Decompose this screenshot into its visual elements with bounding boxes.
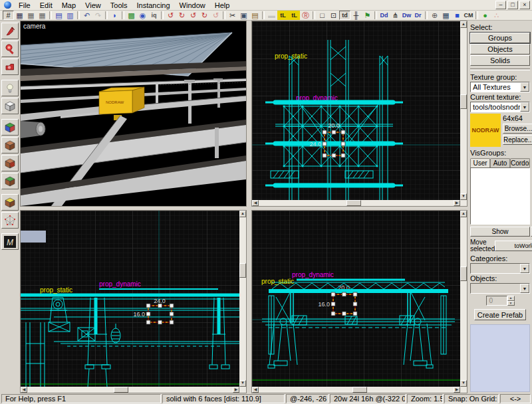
- spinner-value[interactable]: 0: [486, 296, 507, 306]
- radius-culling-icon[interactable]: Ⓡ: [300, 11, 311, 20]
- camera-view-canvas[interactable]: NODRAW camera: [21, 21, 246, 206]
- menu-map[interactable]: Map: [57, 1, 80, 10]
- scroll-down-icon[interactable]: ▼: [239, 380, 246, 387]
- redo-icon[interactable]: ↷: [92, 11, 104, 20]
- minimize-button[interactable]: –: [495, 1, 506, 9]
- browse-button[interactable]: Browse...: [503, 124, 532, 134]
- menu-window[interactable]: Window: [175, 1, 210, 10]
- carve-icon[interactable]: ◗: [109, 11, 120, 20]
- objects-combo[interactable]: ▼: [470, 283, 530, 294]
- apply-texture-tool[interactable]: [1, 137, 19, 153]
- ungroup-icon[interactable]: ↻: [176, 11, 188, 20]
- show-visgroup-button[interactable]: Show: [470, 227, 530, 237]
- menu-file[interactable]: File: [14, 1, 35, 10]
- chevron-down-icon[interactable]: ▼: [520, 284, 529, 293]
- top-view-hscrollbar[interactable]: ◀ ▶: [252, 200, 460, 206]
- clipping-tool[interactable]: [1, 194, 19, 211]
- pointfile-icon[interactable]: ⋔: [390, 11, 401, 20]
- prefab-count-spinner[interactable]: 0 ▲ ▼: [470, 296, 530, 306]
- save-window-state-icon[interactable]: ▥: [65, 11, 76, 20]
- decal-tool[interactable]: [1, 155, 19, 171]
- grid-smaller-icon[interactable]: ▦: [25, 11, 37, 20]
- side-view-hscrollbar[interactable]: ◀ ▶: [21, 387, 239, 393]
- ignore-groups-icon[interactable]: ↺: [188, 11, 199, 20]
- select-touching-icon[interactable]: ⊡: [328, 11, 339, 20]
- chevron-down-icon[interactable]: ▼: [520, 264, 529, 273]
- instance-cube-icon[interactable]: ■: [452, 11, 463, 20]
- texture-scale-lock-icon[interactable]: tL: [289, 11, 300, 20]
- path-flags-icon[interactable]: ⚑: [362, 11, 373, 20]
- texture-group-combo[interactable]: All Textures ▼: [470, 82, 530, 92]
- toggle-grid-3d-icon[interactable]: ▦: [14, 11, 25, 20]
- vertex-tool[interactable]: [1, 212, 19, 229]
- current-texture-combo[interactable]: tools/toolsnodraw ▼: [470, 102, 530, 112]
- run-map-w-icon[interactable]: Dw: [401, 11, 412, 20]
- path-dots-icon[interactable]: ∴: [491, 11, 502, 20]
- select-solids-button[interactable]: Solids: [470, 55, 530, 66]
- scroll-up-icon[interactable]: ▲: [239, 211, 246, 217]
- to-world-button[interactable]: toWorld: [495, 241, 532, 251]
- visgroup-tab-auto[interactable]: Auto: [490, 158, 510, 167]
- menu-view[interactable]: View: [80, 1, 106, 10]
- restore-button[interactable]: □: [507, 1, 518, 9]
- chevron-down-icon[interactable]: ▼: [520, 102, 529, 112]
- side-view-canvas[interactable]: prop_static prop_dynamic 24.0 16.0: [21, 211, 239, 387]
- top-view-canvas[interactable]: prop_dynamic prop_static 20.0 24.0: [252, 21, 460, 200]
- undo-icon[interactable]: ↶: [81, 11, 92, 20]
- viewport-2d-top[interactable]: prop_dynamic prop_static 20.0 24.0: [251, 21, 467, 207]
- app-globe-icon[interactable]: [4, 1, 11, 9]
- scroll-up-icon[interactable]: ▲: [460, 211, 467, 217]
- scroll-left-icon[interactable]: ◀: [252, 200, 259, 206]
- block-tool[interactable]: [1, 98, 19, 114]
- instancing-logo-tool[interactable]: M: [1, 233, 19, 250]
- grid-larger-icon[interactable]: ▦: [37, 11, 48, 20]
- load-window-state-icon[interactable]: ▤: [53, 11, 65, 20]
- select-groups-button[interactable]: Groups: [470, 33, 530, 43]
- viewport-2d-front[interactable]: 20.0 prop_static prop_dynamic 16.0: [251, 210, 467, 393]
- check-problems-icon[interactable]: ●: [479, 11, 491, 20]
- auto-visgroup-icon[interactable]: iq: [148, 11, 160, 20]
- scroll-down-icon[interactable]: ▼: [460, 380, 467, 387]
- group-extra-icon[interactable]: ↺: [210, 11, 221, 20]
- scroll-right-icon[interactable]: ▶: [454, 200, 460, 206]
- run-map-icon[interactable]: Dd: [378, 11, 390, 20]
- hide-selected-icon[interactable]: ▩: [126, 11, 137, 20]
- visgroups-list[interactable]: [470, 167, 530, 225]
- scroll-right-icon[interactable]: ▶: [233, 387, 239, 393]
- camera-tool[interactable]: [1, 58, 19, 75]
- spinner-up-icon[interactable]: ▲: [507, 296, 515, 301]
- side-view-vscrollbar[interactable]: ▲ ▼: [239, 211, 246, 387]
- block-placeholder-icon[interactable]: ▬: [266, 11, 277, 20]
- visgroup-tab-cordon[interactable]: Cordon: [510, 158, 530, 167]
- replace-button[interactable]: Replace...: [503, 135, 532, 145]
- viewport-3d-camera[interactable]: NODRAW camera: [20, 21, 247, 207]
- overlay-tool[interactable]: [1, 173, 19, 189]
- visgroup-tab-user[interactable]: User: [470, 158, 490, 167]
- chevron-down-icon[interactable]: ▼: [520, 82, 529, 92]
- copy-icon[interactable]: ▣: [238, 11, 249, 20]
- categories-combo[interactable]: ▼: [470, 263, 530, 274]
- entity-tool[interactable]: [1, 80, 19, 96]
- menu-help[interactable]: Help: [210, 1, 235, 10]
- close-button[interactable]: ×: [519, 1, 530, 9]
- morph-toggle-icon[interactable]: td: [339, 11, 350, 20]
- front-view-hscrollbar[interactable]: ◀ ▶: [252, 387, 460, 393]
- texture-application-tool[interactable]: [1, 119, 19, 136]
- scroll-down-icon[interactable]: ▼: [460, 193, 467, 200]
- viewport-2d-side[interactable]: prop_static prop_dynamic 24.0 16.0 ▲ ▼ ◀…: [20, 210, 247, 393]
- selection-tool[interactable]: [1, 23, 19, 39]
- scroll-up-icon[interactable]: ▲: [460, 21, 467, 28]
- scroll-left-icon[interactable]: ◀: [252, 387, 259, 393]
- create-prefab-button[interactable]: Create Prefab: [474, 309, 526, 320]
- helper-orient-icon[interactable]: ⊕: [429, 11, 440, 20]
- front-view-canvas[interactable]: 20.0 prop_static prop_dynamic 16.0: [252, 211, 460, 387]
- top-view-vscrollbar[interactable]: ▲ ▼: [460, 21, 467, 200]
- run-map-r-icon[interactable]: Dr: [412, 11, 424, 20]
- spinner-down-icon[interactable]: ▼: [507, 301, 515, 306]
- cut-icon[interactable]: ✂: [227, 11, 238, 20]
- menu-edit[interactable]: Edit: [35, 1, 57, 10]
- hollow-icon[interactable]: □: [317, 11, 328, 20]
- menu-instancing[interactable]: Instancing: [132, 1, 174, 10]
- scroll-left-icon[interactable]: ◀: [21, 387, 27, 393]
- scroll-right-icon[interactable]: ▶: [454, 387, 460, 393]
